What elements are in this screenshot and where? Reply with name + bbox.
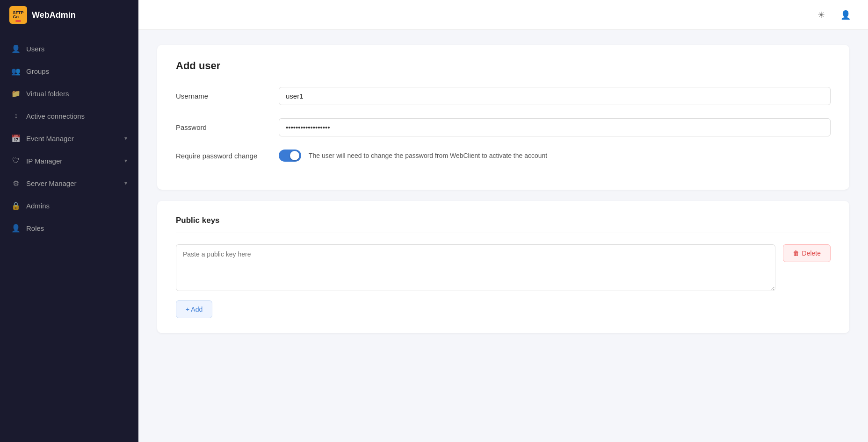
username-input[interactable] — [279, 87, 831, 105]
sidebar-item-label: Active connections — [26, 112, 85, 120]
add-label: + Add — [186, 306, 203, 313]
add-key-button[interactable]: + Add — [176, 300, 212, 318]
role-icon: 👤 — [11, 223, 21, 233]
public-key-textarea[interactable] — [176, 244, 775, 291]
page-content: Add user Username Password Require passw… — [138, 30, 868, 442]
sidebar-item-admins[interactable]: 🔒 Admins — [0, 194, 138, 217]
groups-icon: 👥 — [11, 66, 21, 76]
sidebar-nav: 👤 Users 👥 Groups 📁 Virtual folders ↕ Act… — [0, 30, 138, 442]
server-icon: ⚙ — [11, 178, 21, 188]
sidebar-item-event-manager[interactable]: 📅 Event Manager ▾ — [0, 127, 138, 150]
connections-icon: ↕ — [11, 111, 21, 121]
folder-icon: 📁 — [11, 89, 21, 98]
topbar: ☀ 👤 — [138, 0, 868, 30]
delete-key-button[interactable]: 🗑 Delete — [783, 244, 831, 262]
user-icon: 👤 — [840, 10, 851, 20]
sidebar-item-label: Users — [26, 45, 44, 53]
page-title: Add user — [176, 60, 831, 72]
sidebar-item-active-connections[interactable]: ↕ Active connections — [0, 105, 138, 127]
password-input[interactable] — [279, 118, 831, 136]
sidebar-item-label: Event Manager — [26, 135, 74, 143]
app-title: WebAdmin — [32, 10, 76, 20]
password-row: Password — [176, 118, 831, 136]
sidebar-item-ip-manager[interactable]: 🛡 IP Manager ▾ — [0, 150, 138, 172]
require-password-description: The user will need to change the passwor… — [309, 152, 547, 159]
lock-icon: 🔒 — [11, 201, 21, 210]
logo-icon: SFTPGo — [9, 6, 27, 24]
sidebar: SFTPGo WebAdmin 👤 Users 👥 Groups 📁 Virtu… — [0, 0, 138, 442]
sidebar-item-label: Roles — [26, 224, 44, 232]
username-label: Username — [176, 92, 279, 100]
sidebar-item-virtual-folders[interactable]: 📁 Virtual folders — [0, 82, 138, 105]
sidebar-item-label: IP Manager — [26, 157, 62, 165]
sidebar-logo: SFTPGo WebAdmin — [0, 0, 138, 30]
public-keys-card: Public keys 🗑 Delete + Add — [157, 201, 849, 333]
main-area: ☀ 👤 Add user Username Password Require p… — [138, 0, 868, 442]
toggle-track — [279, 150, 301, 162]
require-password-toggle[interactable] — [279, 150, 301, 162]
sidebar-item-server-manager[interactable]: ⚙ Server Manager ▾ — [0, 172, 138, 194]
calendar-icon: 📅 — [11, 134, 21, 143]
require-password-toggle-row: The user will need to change the passwor… — [279, 150, 547, 162]
shield-icon: 🛡 — [11, 156, 21, 165]
add-user-card: Add user Username Password Require passw… — [157, 45, 849, 190]
sidebar-item-label: Admins — [26, 202, 50, 210]
toggle-thumb — [290, 151, 299, 160]
sun-icon: ☀ — [817, 10, 825, 20]
chevron-down-icon: ▾ — [124, 157, 127, 164]
require-password-row: Require password change The user will ne… — [176, 150, 831, 162]
public-keys-title: Public keys — [176, 216, 831, 233]
password-label: Password — [176, 123, 279, 131]
user-profile-button[interactable]: 👤 — [838, 7, 853, 22]
public-key-row: 🗑 Delete — [176, 244, 831, 291]
sidebar-item-users[interactable]: 👤 Users — [0, 37, 138, 60]
sidebar-item-roles[interactable]: 👤 Roles — [0, 217, 138, 239]
trash-icon: 🗑 — [793, 250, 799, 257]
sidebar-item-label: Groups — [26, 67, 49, 75]
chevron-down-icon: ▾ — [124, 135, 127, 142]
require-password-label: Require password change — [176, 152, 279, 160]
sidebar-item-label: Virtual folders — [26, 90, 69, 98]
theme-toggle-button[interactable]: ☀ — [814, 7, 829, 22]
sidebar-item-groups[interactable]: 👥 Groups — [0, 60, 138, 82]
username-row: Username — [176, 87, 831, 105]
sidebar-item-label: Server Manager — [26, 179, 77, 187]
delete-label: Delete — [802, 250, 821, 257]
users-icon: 👤 — [11, 44, 21, 53]
chevron-down-icon: ▾ — [124, 180, 127, 186]
